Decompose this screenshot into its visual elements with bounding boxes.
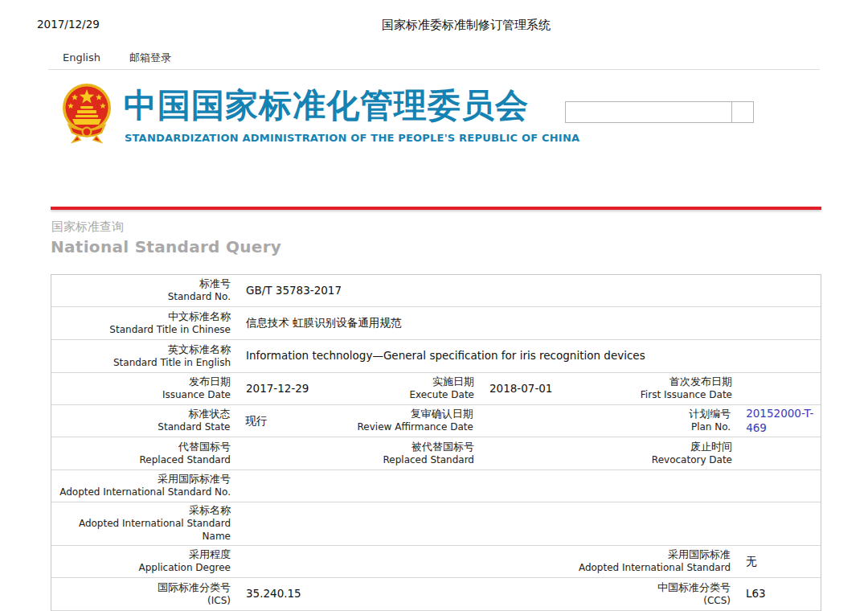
field-value-ccs: L63 [739, 587, 821, 601]
field-value-title-chinese: 信息技术 虹膜识别设备通用规范 [239, 316, 821, 330]
org-title-cn: 中国国家标准化管理委员会 [124, 84, 529, 128]
field-label-issuance-date: 发布日期 Issuance Date [51, 375, 239, 401]
field-value-title-english: Information technology—General specifica… [239, 349, 821, 363]
field-label-replaced-standard: 代替国标号 Replaced Standard [51, 441, 239, 466]
search-input[interactable] [566, 102, 731, 122]
field-label-standard-state: 标准状态 Standard State [51, 408, 239, 433]
search-button[interactable] [731, 102, 753, 122]
field-label-execute-date: 实施日期 Execute Date [357, 375, 482, 401]
field-value-execute-date: 2018-07-01 [482, 382, 610, 396]
field-label-title-chinese: 中文标准名称 Standard Title in Chinese [51, 310, 239, 336]
mail-login-link[interactable]: 邮箱登录 [129, 51, 171, 64]
english-link[interactable]: English [63, 51, 100, 64]
section-title-cn: 国家标准查询 [51, 219, 124, 235]
field-value-plan-no: 20152000-T-469 [739, 407, 821, 435]
field-label-plan-no: 计划编号 Plan No. [609, 408, 739, 433]
field-label-application-degree: 采用程度 Application Degree [51, 548, 239, 574]
field-value-ics: 35.240.15 [239, 587, 473, 601]
search-box [565, 101, 754, 123]
row-classification: 国际标准分类号 (ICS) 35.240.15 中国标准分类号 (CCS) L6… [51, 578, 821, 611]
top-nav: English 邮箱登录 [63, 51, 197, 65]
field-value-issuance-date: 2017-12-29 [239, 382, 357, 396]
field-label-replaced-by-standard: 被代替国标号 Replaced Standard [357, 441, 482, 466]
red-divider [51, 207, 821, 210]
row-application-degree: 采用程度 Application Degree 采用国际标准 Adopted I… [51, 546, 821, 578]
nav-divider [48, 69, 820, 70]
org-title-en: STANDARDIZATION ADMINISTRATION OF THE PE… [125, 132, 579, 144]
field-label-ics: 国际标准分类号 (ICS) [51, 581, 239, 607]
row-standard-no: 标准号 Standard No. GB/T 35783-2017 [51, 275, 821, 307]
china-national-emblem-icon [61, 81, 113, 147]
field-label-first-issuance-date: 首次发布日期 First Issuance Date [610, 375, 740, 401]
field-label-standard-no: 标准号 Standard No. [51, 277, 239, 303]
row-replaced: 代替国标号 Replaced Standard 被代替国标号 Replaced … [51, 437, 821, 470]
row-title-english: 英文标准名称 Standard Title in English Informa… [51, 340, 821, 373]
field-label-revocatory-date: 废止时间 Revocatory Date [610, 441, 740, 466]
system-title: 国家标准委标准制修订管理系统 [64, 18, 868, 33]
section-title-en: National Standard Query [51, 237, 281, 256]
row-adopted-intl-no: 采用国际标准号 Adopted International Standard N… [51, 470, 821, 502]
row-title-chinese: 中文标准名称 Standard Title in Chinese 信息技术 虹膜… [51, 307, 821, 340]
plan-no-link[interactable]: 20152000-T-469 [746, 407, 813, 434]
row-dates: 发布日期 Issuance Date 2017-12-29 实施日期 Execu… [51, 373, 821, 405]
field-value-adopted-intl-standard: 无 [739, 555, 821, 569]
field-label-adopted-intl-name: 采标名称 Adopted International Standard Name [51, 504, 239, 543]
row-state-plan: 标准状态 Standard State 现行 复审确认日期 Review Aff… [51, 405, 821, 437]
field-label-adopted-intl-standard: 采用国际标准 Adopted International Standard [473, 548, 739, 574]
field-label-review-affirmance-date: 复审确认日期 Review Affirmance Date [356, 408, 481, 433]
field-label-adopted-intl-no: 采用国际标准号 Adopted International Standard N… [51, 473, 239, 498]
row-adopted-intl-name: 采标名称 Adopted International Standard Name [51, 502, 821, 546]
standard-detail-table: 标准号 Standard No. GB/T 35783-2017 中文标准名称 … [51, 274, 821, 611]
field-value-standard-state: 现行 [239, 414, 357, 429]
field-label-title-english: 英文标准名称 Standard Title in English [51, 343, 239, 369]
field-label-ccs: 中国标准分类号 (CCS) [473, 581, 739, 607]
field-value-standard-no: GB/T 35783-2017 [239, 284, 821, 298]
